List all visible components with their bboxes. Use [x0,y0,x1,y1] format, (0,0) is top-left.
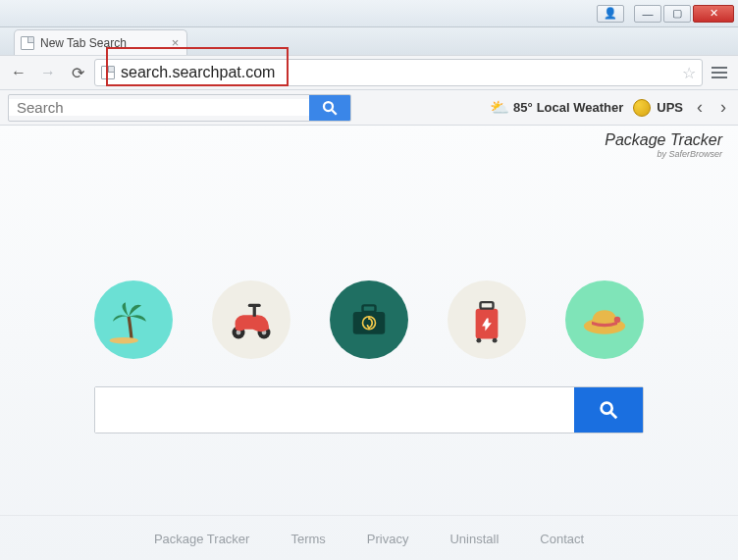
url-input[interactable] [121,64,676,81]
svg-point-0 [324,102,333,111]
hat-icon[interactable] [565,280,644,359]
document-icon [21,36,34,50]
brand-block: Package Tracker by SaferBrowser [0,126,738,163]
toolbar-prev-button[interactable]: ‹ [693,97,707,118]
footer-links: Package Tracker Terms Privacy Uninstall … [0,515,738,560]
footer-link[interactable]: Terms [290,532,325,546]
extension-search [8,94,351,122]
close-button[interactable]: ✕ [693,5,734,23]
magnifier-icon [598,399,619,421]
page-content: Package Tracker by SaferBrowser Package … [0,126,738,560]
svg-rect-7 [253,305,256,316]
brand-title: Package Tracker [16,131,722,149]
hamburger-icon [712,67,727,78]
svg-rect-10 [363,305,376,312]
footer-link[interactable]: Contact [540,532,584,546]
extension-search-button[interactable] [309,94,350,122]
tab-title: New Tab Search [40,36,127,50]
svg-point-2 [110,337,138,344]
brand-byline: by SaferBrowser [16,149,722,159]
svg-line-19 [611,413,617,419]
tab-close-icon[interactable]: × [172,35,180,50]
ups-shield-icon [633,99,651,117]
extension-search-input[interactable] [9,99,309,116]
svg-rect-9 [353,312,386,334]
category-circles [0,280,738,359]
main-search-input[interactable] [95,387,574,433]
back-button[interactable]: ← [6,60,31,85]
scooter-icon[interactable] [212,280,290,359]
magnifier-icon [321,99,339,117]
svg-point-17 [614,317,621,324]
forward-button[interactable]: → [35,60,61,85]
footer-link[interactable]: Privacy [367,532,409,546]
window-titlebar: 👤 — ▢ ✕ [0,0,738,27]
menu-button[interactable] [707,60,732,85]
svg-point-15 [493,338,498,343]
svg-point-14 [476,338,481,343]
main-search-button[interactable] [574,387,643,433]
weather-temp: 85° [513,100,533,115]
palm-icon[interactable] [94,280,173,359]
ups-widget[interactable]: UPS [633,99,683,117]
weather-label: Local Weather [537,100,624,115]
bookmark-star-icon[interactable]: ☆ [682,64,696,82]
ups-label: UPS [657,100,683,115]
cloud-icon: ⛅ [490,98,509,117]
minimize-button[interactable]: — [634,5,661,23]
toolbar-next-button[interactable]: › [716,97,730,118]
maximize-button[interactable]: ▢ [663,5,691,23]
tab-strip: New Tab Search × [0,27,738,55]
svg-rect-8 [248,304,261,307]
footer-link[interactable]: Uninstall [449,532,499,546]
main-search [94,386,644,433]
svg-line-1 [332,110,337,115]
footer-link[interactable]: Package Tracker [154,532,250,546]
svg-rect-13 [481,302,494,309]
luggage-icon[interactable] [448,280,526,359]
reload-button[interactable]: ⟳ [65,60,90,85]
user-icon[interactable]: 👤 [597,5,624,23]
weather-widget[interactable]: ⛅ 85° Local Weather [490,98,623,117]
page-icon [101,66,115,79]
browser-tab[interactable]: New Tab Search × [14,29,187,55]
address-bar[interactable]: ☆ [94,59,703,86]
browser-toolbar: ← → ⟳ ☆ [0,55,738,90]
extension-toolbar: ⛅ 85° Local Weather UPS ‹ › [0,90,738,126]
svg-point-18 [602,403,612,414]
suitcase-icon[interactable] [330,280,408,359]
